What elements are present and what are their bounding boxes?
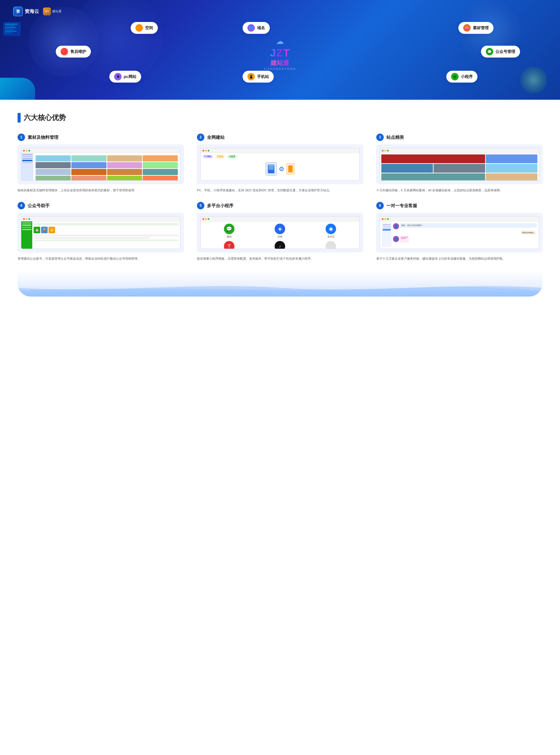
mock-laptop-3 [380,148,539,181]
miniapp-label: 小程序 [461,74,473,79]
materials-grid [34,154,179,181]
pc-label: pc网站 [124,74,136,79]
space-icon: 🔶 [136,24,143,32]
mock-toolbar-1 [21,148,180,153]
adv-desc-5: 提供海量小程序模板，仅需简单配置、发布操作、即可轻松打造个性化的专属小程序。 [197,256,363,262]
jzt-center-logo: ☁ JZT 建站通 JIANZHANTONG [264,37,296,71]
logo-jzt: JZT 建站通 [43,7,61,15]
adv-desc-3: 十几年建站经验，4 万余家网站案例，40 余项建站标准，让您的站点更加精美，品质… [376,188,542,193]
space-label: 空间 [145,25,153,31]
cloud-icon: ☁ [264,37,296,46]
mock-toolbar-5 [201,217,359,221]
adv-header-3: 3 站点精美 [376,134,542,141]
mock-laptop-6: 👤 您好，有什么可以帮您？ 我想咨询建站... 👤 [380,216,539,249]
hero-section: 资 资海云 JZT 建站通 ☁ JZT 建站通 JIANZHANTONG 🔶 空… [0,0,560,100]
bottom-wave [18,270,542,296]
pc-icon: 🖥 [114,73,122,80]
jzt-main-logo: JZT [264,47,296,59]
adv-num-6: 6 [376,202,384,209]
platform-label-baidu: 百度 [278,235,282,238]
adv-num-1: 1 [18,134,25,141]
mock-laptop-2: PC网站 手机站 小程序 ⚙ [200,148,360,181]
mobile-icon: 📱 [247,73,255,80]
adv-title-3: 站点精美 [386,134,404,140]
adv-screen-2: PC网站 手机站 小程序 ⚙ [197,144,363,184]
platform-label-alipay: 支付宝 [327,235,335,238]
adv-title-5: 多平台小程序 [207,203,233,209]
service-tag-miniapp[interactable]: ⊙ 小程序 [446,71,478,83]
platform-placeholder [307,241,355,249]
adv-screen-3 [376,144,542,184]
zihaiyun-icon: 资 [13,6,23,16]
platform-toutiao: T 头条 [205,241,253,249]
wechat-label: 公众号管理 [496,49,515,54]
material-icon: 👛 [463,24,471,32]
service-tag-pc[interactable]: 🖥 pc网站 [109,71,141,83]
mock-toolbar-6 [380,217,539,221]
adv-item-6: 6 一对一专业客服 [376,202,542,262]
jzt-icon: JZT [43,7,51,15]
adv-screen-5: 💬 微信 ◈ 百度 ◉ 支付宝 T 头条 [197,213,363,252]
domain-label: 域名 [257,25,265,31]
miniapp-icon: ⊙ [451,73,459,80]
adv-num-4: 4 [18,202,25,209]
service-tag-aftersale[interactable]: 🔴 售后维护 [56,46,91,58]
jzt-name: 建站通 [264,59,296,67]
adv-num-3: 3 [376,134,384,141]
adv-screen-4: 🏠 📦 ⭐ [18,213,184,252]
platform-icons: 💬 微信 ◈ 百度 ◉ 支付宝 T 头条 [201,221,359,249]
mobile-label: 手机站 [257,74,269,79]
platform-wechat: 💬 微信 [205,224,253,238]
adv-screen-6: 👤 您好，有什么可以帮您？ 我想咨询建站... 👤 [376,213,542,252]
platform-label-wechat: 微信 [227,235,232,238]
mock-toolbar-2 [201,148,359,153]
platform-douyin: ♪ 抖音 [256,241,304,249]
mock-laptop-5: 💬 微信 ◈ 百度 ◉ 支付宝 T 头条 [200,216,360,249]
service-tag-wechat[interactable]: 💬 公众号管理 [481,46,520,58]
adv-item-4: 4 公众号助手 [18,202,184,262]
adv-title-6: 一对一专业客服 [386,203,417,209]
wave-svg [18,279,542,296]
adv-desc-1: 独有的素材及无物料管理模块，上传企业宣传所用的各种形式的素材，便于管理和使用 [18,188,184,193]
adv-title-1: 素材及物料管理 [28,134,58,140]
platform-alipay: ◉ 支付宝 [307,224,355,238]
adv-screen-1 [18,144,184,184]
adv-header-2: 2 全网建站 [197,134,363,141]
adv-header-4: 4 公众号助手 [18,202,184,209]
aftersale-icon: 🔴 [61,48,68,55]
platform-tags: PC网站 手机站 小程序 [201,153,359,160]
adv-num-2: 2 [197,134,204,141]
advantages-grid: 1 素材及物料管理 [18,134,542,262]
adv-header-6: 6 一对一专业客服 [376,202,542,209]
adv-item-3: 3 站点精美 [376,134,542,193]
advantages-section: 六大核心优势 1 素材及物料管理 [0,100,560,305]
service-tag-material[interactable]: 👛 素材管理 [458,22,494,34]
service-tag-domain[interactable]: 🌐 域名 [243,22,270,34]
material-label: 素材管理 [473,25,489,31]
section-title-bar: 六大核心优势 [18,113,542,122]
adv-item-5: 5 多平台小程序 💬 微信 [197,202,363,262]
jzt-sub-logo: JIANZHANTONG [264,67,296,71]
hero-services: ☁ JZT 建站通 JIANZHANTONG 🔶 空间 🌐 域名 👛 素材管理 … [13,21,547,86]
logo-bar: 资 资海云 JZT 建站通 [13,6,547,16]
mock-laptop-1 [21,148,180,181]
adv-title-2: 全网建站 [207,134,224,140]
zihaiyun-text: 资海云 [25,8,39,15]
service-tag-mobile[interactable]: 📱 手机站 [243,71,274,83]
mock-laptop-4: 🏠 📦 ⭐ [21,216,180,249]
service-tag-space[interactable]: 🔶 空间 [131,22,158,34]
title-bar-decoration [18,113,21,122]
adv-desc-4: 管理微信公众账号，可直接管理公众号推送信息，帮助企业轻松进行微信公众号营销管理。 [18,256,184,262]
adv-item-1: 1 素材及物料管理 [18,134,184,193]
wechat-icon: 💬 [486,48,493,55]
domain-icon: 🌐 [247,24,255,32]
mock-toolbar-3 [380,148,539,153]
adv-desc-6: 基于十几万家企业客户服务经验，建站通提供 1V1的专业建站客服，为您的网站运营保… [376,256,542,262]
cs-mock: 👤 您好，有什么可以帮您？ 我想咨询建站... 👤 [380,221,539,249]
adv-desc-2: PC、手机、小程序快速建站，支持 SEO 优化和IDC 管理，支持数据互通，方便… [197,188,363,193]
adv-title-4: 公众号助手 [28,203,49,209]
mock-content-1 [21,153,180,180]
adv-item-2: 2 全网建站 PC网站 手机站 小程序 [197,134,363,193]
aftersale-label: 售后维护 [70,49,86,54]
gallery-grid [380,153,539,181]
